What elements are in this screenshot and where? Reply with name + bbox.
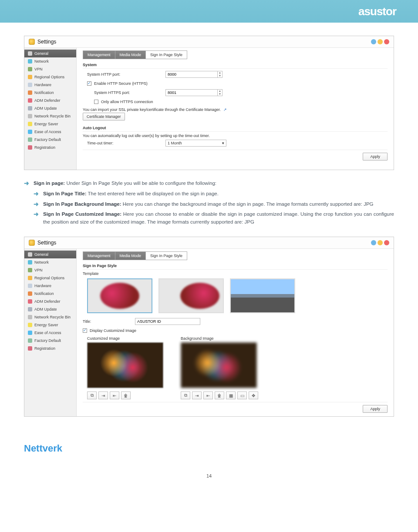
sidebar-item-factory[interactable]: Factory Default [24,136,76,144]
auto-logout-note: You can automatically log out idle user(… [83,134,388,138]
template-label: Template [83,271,388,276]
export-icon[interactable]: ⇤ [110,391,119,399]
brand-logo: asustor [358,5,396,18]
sidebar-item-network[interactable]: Network [24,258,76,266]
https-port-stepper[interactable]: ▲▼ [217,89,222,96]
sidebar-item-energy[interactable]: Energy Saver [24,120,76,128]
sidebar-item-notification[interactable]: Notification [24,290,76,298]
sidebar-item-energy[interactable]: Energy Saver [24,321,76,329]
display-customized-checkbox[interactable] [83,328,87,333]
tab-sign-in-style[interactable]: Sign In Page Style [146,251,187,260]
export-icon[interactable]: ⇤ [203,391,213,399]
sidebar-item-defender[interactable]: ADM Defender [24,298,76,305]
http-port-input[interactable] [165,71,218,78]
settings-sidebar: General Network VPN Regional Options Har… [24,48,77,170]
window-title: Settings [37,39,56,45]
upload-icon[interactable]: ⧉ [87,391,97,399]
tile-icon[interactable]: ▦ [226,391,236,399]
window-titlebar: Settings [24,237,394,249]
enable-https-checkbox[interactable] [87,81,91,86]
group-auto-logout: Auto Logout [83,126,388,132]
top-header: asustor [0,0,418,23]
customized-image-label: Customized Image [87,336,163,341]
https-port-input[interactable] [165,89,218,96]
sidebar-item-registration[interactable]: Registration [24,345,76,352]
fit-icon[interactable]: ▭ [237,391,247,399]
sidebar-item-recycle[interactable]: Network Recycle Bin [24,313,76,321]
sidebar-item-ease[interactable]: Ease of Access [24,128,76,136]
sidebar-item-notification[interactable]: Notification [24,89,76,97]
sidebar-item-defender[interactable]: ADM Defender [24,97,76,104]
tab-row: Management Media Mode Sign In Page Style [83,50,388,59]
template-option-2[interactable] [158,278,224,313]
gear-icon [29,240,35,246]
import-icon[interactable]: ⇥ [98,391,108,399]
settings-window-management: Settings General Network VPN Regional Op… [24,36,394,170]
sidebar-item-vpn[interactable]: VPN [24,266,76,274]
gear-icon [29,39,35,45]
chevron-down-icon: ▾ [222,141,224,145]
sidebar-item-update[interactable]: ADM Update [24,305,76,313]
http-port-stepper[interactable]: ▲▼ [217,71,222,78]
stretch-icon[interactable]: ✥ [249,391,258,399]
template-option-1[interactable] [87,278,152,313]
tab-management[interactable]: Management [83,251,115,260]
page-number: 14 [24,473,394,478]
arrow-icon: ➜ [24,180,30,187]
group-signin-style: Sign In Page Style [83,264,388,270]
apply-button[interactable]: Apply [363,405,388,413]
trash-icon[interactable]: 🗑 [121,391,131,399]
help-icon[interactable] [371,39,376,44]
https-port-label: System HTTPS port: [87,90,165,95]
sidebar-item-regional[interactable]: Regional Options [24,274,76,282]
upload-icon[interactable]: ⧉ [181,391,190,399]
display-customized-label: Display Customized Image [90,328,136,333]
ssl-note: You can import your SSL private key/cert… [83,107,221,112]
help-icon[interactable] [371,240,376,245]
sidebar-item-network[interactable]: Network [24,57,76,65]
import-icon[interactable]: ⇥ [192,391,202,399]
sidebar-item-general[interactable]: General [24,50,76,57]
arrow-icon: ➜ [34,211,40,218]
minimize-icon[interactable] [378,39,383,44]
only-https-label: Only allow HTTPS connection [101,100,153,104]
sidebar-item-hardware[interactable]: Hardware [24,282,76,290]
only-https-checkbox[interactable] [94,100,98,104]
settings-sidebar: General Network VPN Regional Options Har… [24,249,77,416]
window-title: Settings [37,240,56,246]
trash-icon[interactable]: 🗑 [215,391,224,399]
template-option-3[interactable] [230,278,295,313]
close-icon[interactable] [384,39,389,44]
sidebar-item-registration[interactable]: Registration [24,144,76,151]
sidebar-item-factory[interactable]: Factory Default [24,337,76,345]
tab-media-mode[interactable]: Media Mode [115,50,146,59]
section-heading-nettverk: Nettverk [24,443,394,454]
certificate-manager-button[interactable]: Certificate Manager [83,113,125,120]
sidebar-item-recycle[interactable]: Network Recycle Bin [24,112,76,120]
settings-window-signin-style: Settings General Network VPN Regional Op… [24,237,394,417]
sidebar-item-update[interactable]: ADM Update [24,104,76,112]
timeout-select[interactable]: 1 Month▾ [165,140,226,147]
description-bullets: ➜ Sign in page: Under Sign In Page Style… [24,180,394,226]
title-input[interactable] [135,318,200,325]
minimize-icon[interactable] [378,240,383,245]
timeout-label: Time-out timer: [87,141,165,145]
sidebar-item-regional[interactable]: Regional Options [24,73,76,81]
tab-sign-in-style[interactable]: Sign In Page Style [146,50,187,59]
apply-button[interactable]: Apply [363,153,388,161]
tab-management[interactable]: Management [83,50,115,59]
window-titlebar: Settings [24,36,394,48]
sidebar-item-ease[interactable]: Ease of Access [24,329,76,337]
sidebar-item-hardware[interactable]: Hardware [24,81,76,89]
enable-https-label: Enable HTTP Secure (HTTPS) [94,81,148,86]
background-image-preview [181,342,257,388]
arrow-icon: ➜ [34,190,40,197]
close-icon[interactable] [384,240,389,245]
sidebar-item-general[interactable]: General [24,251,76,258]
http-port-label: System HTTP port: [87,72,165,77]
tab-row: Management Media Mode Sign In Page Style [83,251,388,260]
sidebar-item-vpn[interactable]: VPN [24,65,76,73]
external-link-icon[interactable]: ↗ [223,107,227,112]
tab-media-mode[interactable]: Media Mode [115,251,146,260]
customized-image-preview [87,342,163,388]
